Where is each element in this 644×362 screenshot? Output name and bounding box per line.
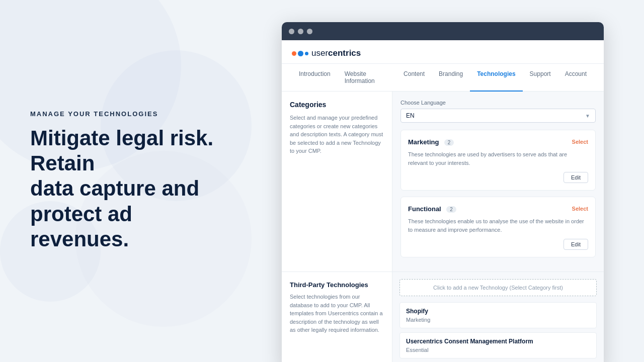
- chevron-down-icon: ▼: [585, 113, 590, 119]
- categories-title: Categories: [290, 101, 384, 109]
- manage-label: MANAGE YOUR TECHNOLOGIES: [30, 110, 252, 118]
- logo-dot-blue2: [305, 52, 308, 55]
- tab-branding[interactable]: Branding: [432, 64, 470, 92]
- language-label: Choose Language: [400, 100, 596, 106]
- headline-line2: data capture and protect ad: [30, 176, 199, 225]
- browser-dot-1: [289, 29, 294, 34]
- logo-text-bold: centrics: [328, 48, 361, 58]
- lower-section: Third-Party Technologies Select technolo…: [282, 272, 604, 362]
- browser-dot-2: [298, 29, 303, 34]
- functional-category-card: Functional 2 Select These technologies e…: [400, 197, 596, 257]
- functional-edit-button[interactable]: Edit: [564, 239, 588, 250]
- shopify-name: Shopify: [400, 303, 596, 317]
- tab-technologies[interactable]: Technologies: [470, 64, 522, 92]
- tabs-nav: Introduction Website Information Content…: [282, 64, 604, 92]
- logo-area: usercentrics: [292, 48, 594, 58]
- categories-desc: Select and manage your predefined catego…: [290, 114, 384, 155]
- logo-text: usercentrics: [311, 48, 361, 58]
- right-config-panel: Choose Language EN ▼ Marketing 2 Select: [392, 92, 604, 272]
- browser-dot-3: [307, 29, 312, 34]
- logo-dot-orange: [292, 51, 296, 56]
- marketing-select-button[interactable]: Select: [572, 139, 588, 145]
- tab-introduction[interactable]: Introduction: [292, 64, 338, 92]
- tech-list-panel: Click to add a new Technology (Select Ca…: [392, 272, 604, 362]
- marketing-category-card: Marketing 2 Select These technologies ar…: [400, 130, 596, 191]
- language-select[interactable]: EN ▼: [400, 109, 596, 123]
- shopify-tech-item: Shopify Marketing: [399, 302, 597, 328]
- logo-dots: [292, 51, 308, 56]
- headline-line3: revenues.: [30, 227, 129, 251]
- functional-desc: These technologies enable us to analyse …: [408, 217, 588, 234]
- marketing-edit-button[interactable]: Edit: [564, 172, 588, 183]
- marketing-badge: 2: [444, 139, 454, 146]
- tab-website-information[interactable]: Website Information: [338, 64, 396, 92]
- third-party-panel: Third-Party Technologies Select technolo…: [282, 272, 392, 362]
- third-party-title: Third-Party Technologies: [290, 281, 384, 289]
- usercentrics-tag: Essential: [400, 347, 596, 358]
- left-panel: MANAGE YOUR TECHNOLOGIES Mitigate legal …: [0, 0, 282, 362]
- add-technology-button[interactable]: Click to add a new Technology (Select Ca…: [399, 279, 597, 296]
- functional-select-button[interactable]: Select: [572, 206, 588, 212]
- browser-window: usercentrics Introduction Website Inform…: [282, 22, 604, 362]
- logo-text-regular: user: [311, 48, 328, 58]
- right-panel: usercentrics Introduction Website Inform…: [282, 0, 644, 362]
- marketing-desc: These technologies are used by advertise…: [408, 150, 588, 167]
- browser-titlebar: [282, 22, 604, 40]
- functional-badge: 2: [446, 206, 456, 213]
- marketing-card-header: Marketing 2 Select: [408, 137, 588, 146]
- language-section: Choose Language EN ▼: [400, 100, 596, 123]
- functional-card-header: Functional 2 Select: [408, 204, 588, 213]
- logo-dot-blue: [298, 51, 303, 56]
- usercentrics-tech-item: Usercentrics Consent Management Platform…: [399, 332, 597, 358]
- functional-name: Functional: [408, 205, 441, 213]
- third-party-desc: Select technologies from our database to…: [290, 293, 384, 334]
- language-value: EN: [406, 112, 415, 119]
- shopify-tag: Marketing: [400, 317, 596, 328]
- usercentrics-name: Usercentrics Consent Management Platform: [400, 333, 596, 347]
- functional-name-group: Functional 2: [408, 204, 456, 213]
- tab-support[interactable]: Support: [523, 64, 558, 92]
- logo-bar: usercentrics: [282, 40, 604, 64]
- main-headline: Mitigate legal risk. Retain data capture…: [30, 126, 252, 252]
- categories-panel: Categories Select and manage your predef…: [282, 92, 392, 272]
- headline-line1: Mitigate legal risk. Retain: [30, 126, 213, 175]
- tab-content[interactable]: Content: [396, 64, 432, 92]
- tab-account[interactable]: Account: [558, 64, 594, 92]
- marketing-name-group: Marketing 2: [408, 137, 454, 146]
- main-content: Categories Select and manage your predef…: [282, 92, 604, 272]
- marketing-name: Marketing: [408, 138, 439, 146]
